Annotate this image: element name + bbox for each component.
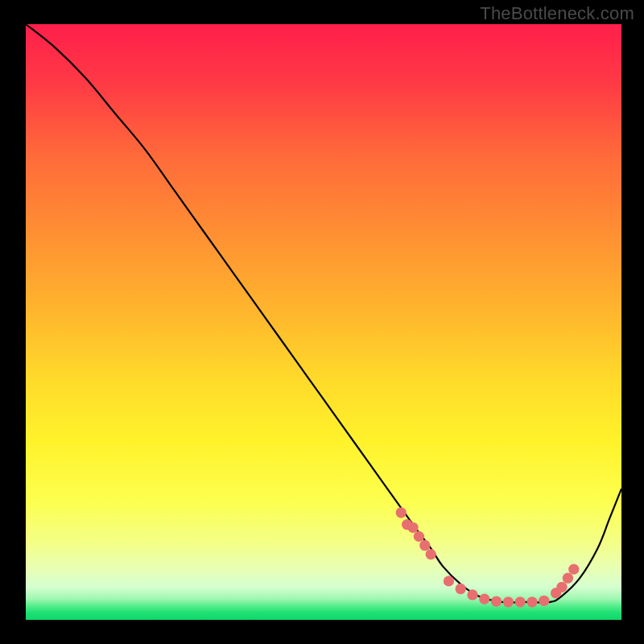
chart-marker	[503, 597, 514, 607]
chart-svg	[0, 0, 644, 644]
chart-marker	[456, 584, 466, 594]
chart-marker	[396, 507, 407, 518]
chart-marker	[563, 573, 573, 584]
chart-marker	[539, 596, 549, 606]
chart-marker	[419, 540, 430, 551]
chart-marker	[491, 596, 502, 606]
chart-marker	[467, 589, 477, 600]
chart-marker	[556, 582, 567, 592]
chart-marker	[407, 522, 418, 533]
chart-marker	[526, 597, 537, 607]
chart-stage: TheBottleneck.com	[0, 0, 644, 644]
chart-marker	[426, 549, 436, 559]
watermark-text: TheBottleneck.com	[480, 3, 634, 24]
chart-marker	[414, 531, 424, 542]
chart-marker	[515, 597, 526, 607]
chart-marker	[444, 576, 454, 586]
chart-marker	[479, 593, 489, 604]
chart-marker	[568, 564, 579, 574]
